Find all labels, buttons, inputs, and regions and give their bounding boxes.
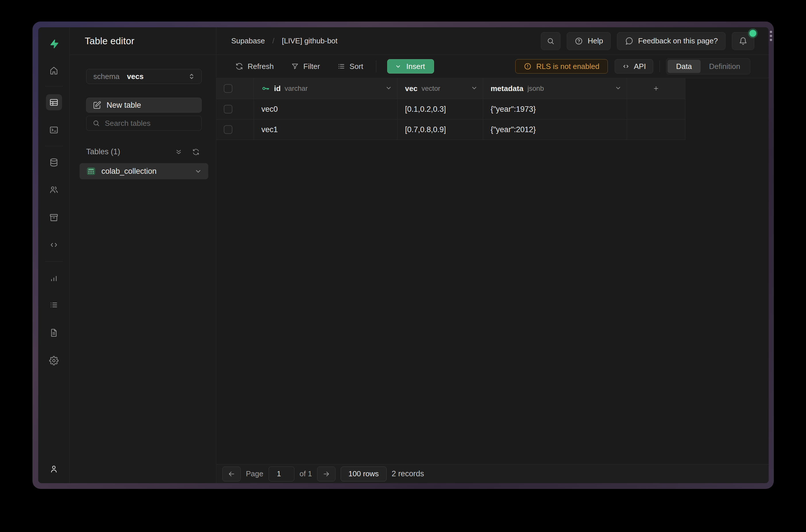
nav-settings-button[interactable]: [46, 353, 62, 368]
select-all-checkbox[interactable]: [224, 84, 232, 93]
cell-vec[interactable]: [0.1,0.2,0.3]: [398, 99, 483, 119]
table-editor-sidebar: Table editor schema vecs New table Table…: [70, 27, 216, 483]
column-header-metadata[interactable]: metadata jsonb: [483, 78, 627, 99]
column-menu-button[interactable]: [471, 84, 478, 93]
column-header-vec[interactable]: vec vector: [398, 78, 483, 99]
settings-icon: [49, 356, 59, 365]
tables-section-header: Tables (1): [86, 147, 199, 156]
breadcrumb-org[interactable]: Supabase: [231, 37, 265, 45]
cell-value: {"year":2012}: [491, 125, 536, 134]
nav-auth-button[interactable]: [46, 182, 62, 197]
search-icon: [92, 119, 100, 127]
rows-per-page-button[interactable]: 100 rows: [341, 467, 387, 481]
account-button[interactable]: [46, 461, 62, 477]
sort-button[interactable]: Sort: [335, 59, 365, 74]
global-search-button[interactable]: [541, 32, 560, 50]
feedback-label: Feedback on this page?: [638, 37, 718, 45]
cell-empty: [627, 99, 685, 119]
chevron-down-icon: [615, 84, 621, 91]
help-button[interactable]: Help: [567, 32, 611, 50]
rls-warning-badge[interactable]: RLS is not enabled: [515, 59, 608, 74]
tab-data[interactable]: Data: [668, 60, 701, 73]
top-bar: Supabase / [LIVE] github-bot Help Feedba…: [216, 27, 769, 55]
rls-warning-text: RLS is not enabled: [536, 62, 599, 71]
nav-sql-editor-button[interactable]: [46, 122, 62, 138]
chat-bubble-icon: [625, 37, 633, 45]
cell-id[interactable]: vec0: [254, 99, 398, 119]
column-header-id[interactable]: id varchar: [254, 78, 398, 99]
notifications-button[interactable]: [732, 32, 754, 50]
column-menu-button[interactable]: [615, 84, 621, 93]
nav-logs-button[interactable]: [46, 297, 62, 313]
docs-icon: [49, 328, 59, 338]
search-tables-input[interactable]: [105, 119, 191, 128]
collapse-all-icon[interactable]: [175, 148, 183, 156]
chevron-down-icon[interactable]: [194, 168, 202, 175]
sidebar-header: Table editor: [70, 27, 216, 55]
supabase-logo[interactable]: [47, 37, 61, 50]
main-panel: Supabase / [LIVE] github-bot Help Feedba…: [216, 27, 769, 483]
page-title: Table editor: [85, 36, 134, 46]
user-icon: [49, 464, 59, 474]
view-tabs: Data Definition: [666, 58, 750, 74]
column-type: vector: [421, 84, 440, 93]
nav-edge-functions-button[interactable]: [46, 237, 62, 253]
cell-value: [0.1,0.2,0.3]: [405, 105, 446, 114]
nav-home-button[interactable]: [46, 62, 62, 78]
nav-docs-button[interactable]: [46, 325, 62, 341]
column-menu-button[interactable]: [385, 84, 392, 93]
cell-value: vec1: [262, 125, 278, 134]
refresh-tables-icon[interactable]: [192, 148, 199, 156]
sql-editor-icon: [49, 125, 59, 135]
new-table-button[interactable]: New table: [86, 98, 202, 113]
filter-button[interactable]: Filter: [289, 59, 322, 74]
refresh-label: Refresh: [248, 62, 274, 71]
breadcrumb-project[interactable]: [LIVE] github-bot: [282, 37, 338, 45]
feedback-button[interactable]: Feedback on this page?: [617, 32, 726, 50]
next-page-button[interactable]: [317, 467, 335, 481]
filter-icon: [291, 62, 299, 70]
api-label: API: [634, 62, 646, 71]
cell-metadata[interactable]: {"year":2012}: [483, 119, 627, 140]
table-editor-icon: [49, 98, 59, 107]
rows-per-page-label: 100 rows: [348, 469, 379, 478]
table-list-item[interactable]: colab_collection: [80, 163, 208, 179]
cell-id[interactable]: vec1: [254, 119, 398, 140]
table-grid-icon: [87, 167, 96, 176]
logs-icon: [49, 300, 59, 310]
data-grid: id varchar vec vector meta: [216, 78, 769, 464]
notification-dot: [749, 30, 756, 37]
column-name: vec: [405, 84, 417, 93]
toolbar-divider: [376, 60, 376, 72]
database-icon: [49, 158, 59, 167]
refresh-icon: [235, 62, 243, 70]
api-button[interactable]: API: [615, 59, 653, 74]
sort-label: Sort: [350, 62, 363, 71]
column-name: id: [274, 84, 281, 93]
cell-vec[interactable]: [0.7,0.8,0.9]: [398, 119, 483, 140]
reports-icon: [49, 273, 59, 283]
insert-button[interactable]: Insert: [387, 59, 434, 74]
nav-reports-button[interactable]: [46, 270, 62, 286]
refresh-button[interactable]: Refresh: [233, 59, 275, 74]
cell-value: vec0: [262, 105, 278, 114]
row-checkbox[interactable]: [224, 125, 232, 134]
cell-metadata[interactable]: {"year":1973}: [483, 99, 627, 119]
nav-table-editor-button[interactable]: [46, 94, 62, 110]
schema-select[interactable]: schema vecs: [86, 69, 202, 84]
page-number-input[interactable]: [269, 467, 294, 481]
arrow-left-icon: [228, 470, 235, 478]
nav-storage-button[interactable]: [46, 209, 62, 226]
toolbar-divider: [659, 61, 660, 72]
window-menu-dots[interactable]: [769, 31, 773, 41]
search-icon: [546, 37, 555, 45]
previous-page-button[interactable]: [222, 467, 241, 481]
table-row: vec1 [0.7,0.8,0.9] {"year":2012}: [216, 119, 769, 140]
sort-icon: [337, 62, 345, 70]
tab-definition[interactable]: Definition: [701, 60, 749, 73]
toolbar-right: RLS is not enabled API Data Definition: [515, 58, 750, 74]
row-checkbox[interactable]: [224, 105, 232, 113]
add-column-button[interactable]: [627, 78, 685, 99]
nav-database-button[interactable]: [46, 154, 62, 170]
tables-heading: Tables (1): [86, 147, 120, 156]
